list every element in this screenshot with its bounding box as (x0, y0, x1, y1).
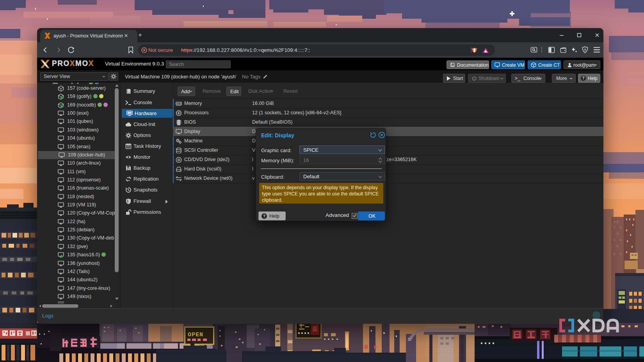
svg-text:OPEN: OPEN (188, 332, 203, 338)
